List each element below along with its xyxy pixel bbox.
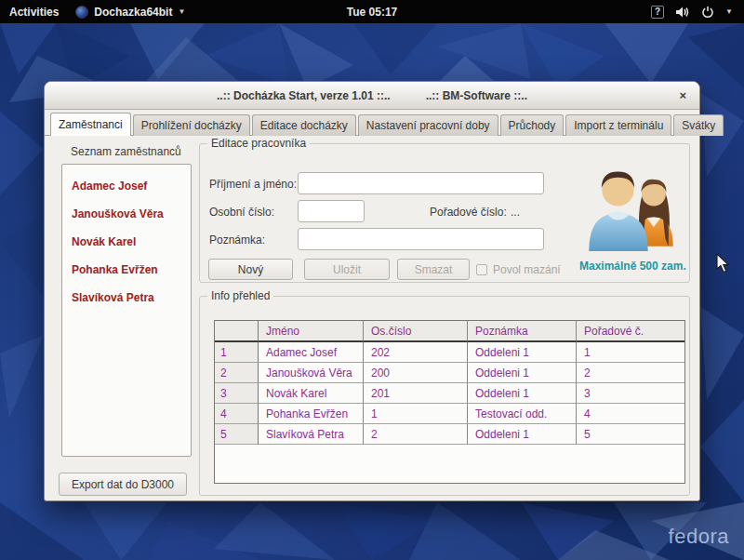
table-cell[interactable]: Testovací odd. <box>468 404 577 424</box>
window-title-right: ..:: BM-Software ::.. <box>426 89 527 102</box>
table-cell[interactable]: Pohanka Evřžen <box>259 404 364 424</box>
row-number: 1 <box>215 342 259 363</box>
table-cell[interactable]: Slavíková Petra <box>259 424 364 445</box>
list-item[interactable]: Adamec Josef <box>62 172 191 200</box>
editor-groupbox-title: Editace pracovníka <box>207 137 310 150</box>
people-icon <box>583 157 680 254</box>
delete-button[interactable]: Smazat <box>397 259 470 280</box>
export-d3000-button[interactable]: Export dat do D3000 <box>59 473 187 496</box>
info-table[interactable]: Jméno Os.číslo Poznámka Pořadové č. 1 Ad… <box>214 320 685 484</box>
allow-delete-label: Povol mazání <box>493 263 561 276</box>
table-cell[interactable]: Janoušková Věra <box>259 363 364 383</box>
list-item[interactable]: Slavíková Petra <box>62 284 191 312</box>
close-icon[interactable]: × <box>679 88 686 102</box>
table-cell[interactable]: 3 <box>577 383 684 404</box>
personal-number-input[interactable] <box>298 200 365 222</box>
note-input[interactable] <box>298 228 544 250</box>
table-cell[interactable]: Oddeleni 1 <box>468 383 577 404</box>
tab-zamestnanci[interactable]: Zaměstnanci <box>50 113 131 136</box>
note-label: Poznámka: <box>209 233 265 247</box>
fedora-logo: fedora <box>669 525 729 549</box>
table-cell[interactable]: 4 <box>577 404 684 424</box>
table-cell[interactable]: 200 <box>364 363 468 383</box>
app-icon <box>75 6 88 19</box>
list-item[interactable]: Pohanka Evřžen <box>62 256 191 284</box>
list-item[interactable]: Novák Karel <box>62 228 191 256</box>
column-header <box>215 321 259 342</box>
name-input[interactable] <box>298 172 544 194</box>
window-titlebar[interactable]: ..:: Docházka Start, verze 1.01 ::.. ..:… <box>45 82 699 110</box>
column-header: Jméno <box>259 321 364 342</box>
gnome-top-bar: Activities Dochazka64bit ▼ Tue 05:17 ? ▼ <box>0 0 744 23</box>
column-header: Pořadové č. <box>577 321 684 342</box>
tab-content: Seznam zaměstnanců Adamec Josef Janouško… <box>45 136 699 500</box>
row-number: 3 <box>215 383 259 404</box>
mouse-cursor <box>716 253 733 273</box>
table-cell[interactable]: 2 <box>577 363 684 383</box>
save-button[interactable]: Uložit <box>304 259 390 280</box>
table-cell[interactable]: Oddeleni 1 <box>468 424 577 445</box>
app-window: ..:: Docházka Start, verze 1.01 ::.. ..:… <box>44 81 700 501</box>
order-number-value: ... <box>511 206 520 219</box>
table-cell[interactable]: 2 <box>364 424 468 445</box>
app-menu[interactable]: Dochazka64bit ▼ <box>75 6 185 19</box>
row-number: 2 <box>215 363 259 383</box>
help-icon[interactable]: ? <box>651 6 664 19</box>
personal-number-label: Osobní číslo: <box>209 206 274 219</box>
tab-editace-dochazky[interactable]: Editace docházky <box>252 114 356 136</box>
table-cell[interactable]: Adamec Josef <box>259 342 364 363</box>
chevron-down-icon[interactable]: ▼ <box>725 7 733 16</box>
column-header: Os.číslo <box>364 321 468 342</box>
employee-list-title: Seznam zaměstnanců <box>71 145 181 158</box>
table-cell[interactable]: Novák Karel <box>259 383 364 404</box>
volume-icon[interactable] <box>675 6 690 19</box>
row-number: 4 <box>215 404 259 424</box>
table-cell[interactable]: 1 <box>364 404 468 424</box>
tab-nastaveni-pracovni-doby[interactable]: Nastavení pracovní doby <box>358 114 498 136</box>
name-label: Příjmení a jméno: <box>209 178 297 191</box>
activities-button[interactable]: Activities <box>9 6 59 19</box>
table-cell[interactable]: 5 <box>577 424 684 445</box>
tab-pruchody[interactable]: Průchody <box>500 114 565 136</box>
column-header: Poznámka <box>468 321 577 342</box>
employee-list[interactable]: Adamec Josef Janoušková Věra Novák Karel… <box>61 164 192 457</box>
chevron-down-icon: ▼ <box>178 7 185 16</box>
window-title-left: ..:: Docházka Start, verze 1.01 ::.. <box>217 89 391 102</box>
new-button[interactable]: Nový <box>208 259 293 280</box>
row-number: 5 <box>215 424 259 445</box>
tab-svatky[interactable]: Svátky <box>673 114 724 136</box>
editor-groupbox: Editace pracovníka Příjmení a jméno: Oso… <box>199 143 690 283</box>
table-cell[interactable]: 201 <box>364 383 468 404</box>
table-cell[interactable]: 1 <box>577 342 684 363</box>
info-groupbox-title: Info přehled <box>207 289 273 302</box>
tab-bar: Zaměstnanci Prohlížení docházky Editace … <box>45 111 699 136</box>
allow-delete-checkbox[interactable] <box>476 264 487 275</box>
app-menu-label: Dochazka64bit <box>94 6 172 19</box>
power-icon[interactable] <box>701 6 714 19</box>
table-cell[interactable]: Oddeleni 1 <box>468 342 577 363</box>
max-employees-label: Maximálně 500 zam. <box>579 260 684 273</box>
table-cell[interactable]: 202 <box>364 342 468 363</box>
list-item[interactable]: Janoušková Věra <box>62 200 191 228</box>
tab-import-z-terminalu[interactable]: Import z terminálu <box>565 114 671 136</box>
tab-prohlizeni-dochazky[interactable]: Prohlížení docházky <box>133 114 250 136</box>
table-cell[interactable]: Oddeleni 1 <box>468 363 577 383</box>
order-number-label: Pořadové číslo: <box>430 206 507 219</box>
info-groupbox: Info přehled Jméno Os.číslo Poznámka Poř… <box>199 296 690 496</box>
